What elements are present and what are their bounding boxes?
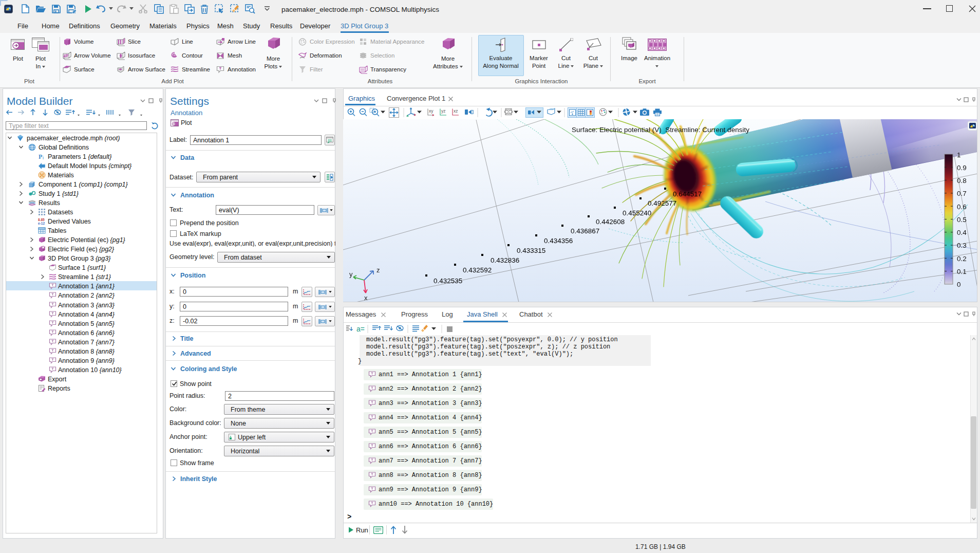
svg-text:0.432592: 0.432592 xyxy=(463,266,492,274)
svg-text:0.8: 0.8 xyxy=(957,177,967,185)
svg-text:0.434356: 0.434356 xyxy=(544,237,573,245)
svg-text:x: x xyxy=(364,294,368,302)
svg-text:P: P xyxy=(39,153,42,160)
svg-text:a=: a= xyxy=(356,325,365,333)
svg-text:0.644517: 0.644517 xyxy=(673,190,702,198)
svg-text:xy: xy xyxy=(429,108,434,114)
svg-text:0.7: 0.7 xyxy=(957,190,967,197)
svg-text:1: 1 xyxy=(957,151,961,159)
svg-text:0.433315: 0.433315 xyxy=(517,247,545,254)
svg-text:0.9: 0.9 xyxy=(957,164,967,172)
svg-text:e-12: e-12 xyxy=(38,222,45,225)
svg-text:0.6: 0.6 xyxy=(957,203,967,211)
svg-text:0.3: 0.3 xyxy=(957,242,967,249)
svg-text:Surface: Electric potential (V: Surface: Electric potential (V) Streamli… xyxy=(572,126,749,134)
svg-text:0.432535: 0.432535 xyxy=(434,277,462,285)
svg-text:0.2: 0.2 xyxy=(957,255,967,263)
svg-text:0.455240: 0.455240 xyxy=(623,209,651,217)
svg-text:0: 0 xyxy=(957,281,961,288)
svg-text:0.492577: 0.492577 xyxy=(648,199,676,207)
svg-text:xz: xz xyxy=(454,108,458,114)
svg-text:z: z xyxy=(376,266,380,274)
svg-text:0.1: 0.1 xyxy=(957,268,967,275)
svg-text:y: y xyxy=(349,270,353,278)
svg-text:yz: yz xyxy=(441,108,446,114)
svg-text:8.85: 8.85 xyxy=(38,218,45,222)
svg-text:0.436867: 0.436867 xyxy=(571,227,599,235)
svg-text:0.4: 0.4 xyxy=(957,229,967,236)
svg-text:0.442608: 0.442608 xyxy=(596,218,625,226)
svg-text:0.5: 0.5 xyxy=(957,216,967,224)
svg-text:0.432836: 0.432836 xyxy=(491,256,519,264)
svg-text:i: i xyxy=(43,155,44,160)
